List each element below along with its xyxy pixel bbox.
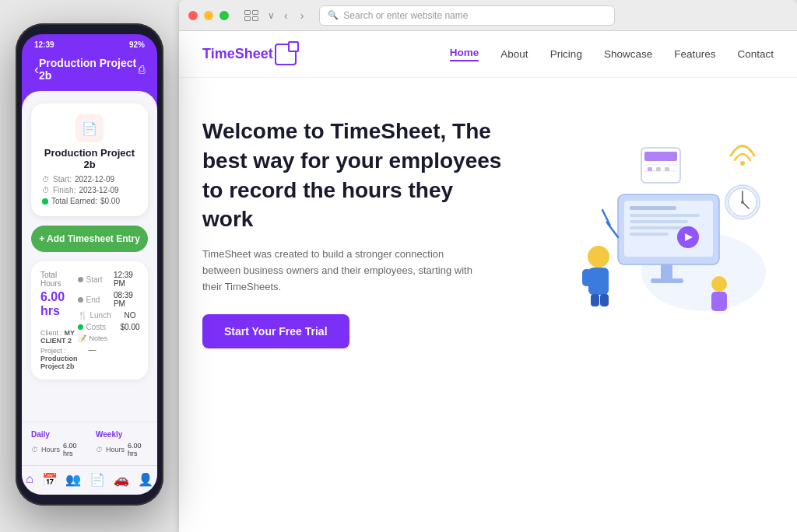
profile-icon: 👤: [138, 472, 153, 487]
hero-description: TimeSheet was created to build a stronge…: [202, 247, 483, 295]
phone-status-bar: 12:39 92%: [22, 34, 157, 52]
project-icon: 📄: [75, 114, 104, 142]
nav-links: Home About Pricing Showcase Features Con…: [450, 47, 774, 61]
start-dot: [78, 277, 83, 282]
traffic-light-yellow[interactable]: [204, 11, 213, 20]
svg-rect-32: [711, 292, 727, 311]
finish-value: 2023-12-09: [79, 186, 118, 194]
daily-stats: Daily ⏱ Hours 6.00 hrs: [31, 430, 83, 457]
start-label: Start:: [53, 175, 72, 184]
daily-label: Daily: [31, 430, 83, 439]
weekly-hours-value: 6.00 hrs: [128, 442, 148, 457]
nav-showcase[interactable]: Showcase: [604, 48, 652, 60]
time-entry-card: Total Hours 6.00 hrs Client : MY CLIENT …: [31, 261, 148, 380]
end-entry-val: 08:39 PM: [114, 291, 140, 308]
nav-contact[interactable]: Contact: [737, 48, 774, 60]
svg-rect-3: [630, 206, 676, 210]
logo-inner: [288, 41, 299, 52]
project-info: Project : Production Project 2b: [40, 347, 78, 370]
client-info: Client : MY CLIENT 2: [40, 329, 78, 345]
phone-time: 12:39: [34, 40, 54, 49]
svg-rect-7: [630, 233, 669, 236]
costs-entry-val: $0.00: [121, 323, 140, 331]
nav-features[interactable]: Features: [674, 48, 715, 60]
tab-vehicles[interactable]: 🚗: [114, 472, 129, 487]
entry-notes-row: 📝 Notes: [78, 334, 140, 342]
start-entry-label: Start: [86, 275, 111, 284]
svg-rect-11: [651, 278, 683, 283]
phone-screen-title: Production Project 2b: [39, 57, 139, 82]
hero-text: Welcome to TimeSheet, The best way for y…: [202, 101, 509, 532]
lunch-entry-label: Lunch: [90, 311, 121, 320]
address-bar[interactable]: 🔍 Search or enter website name: [319, 5, 615, 26]
project-start: ⏱ Start: 2022-12-09: [42, 175, 137, 184]
entry-start-row: Start 12:39 PM: [78, 271, 140, 288]
entry-costs-row: Costs $0.00: [78, 323, 140, 331]
vehicles-icon: 🚗: [114, 472, 129, 487]
add-entry-button[interactable]: + Add Timesheet Entry: [31, 226, 148, 252]
notes-label: Notes: [90, 334, 108, 342]
total-earned: Total Earned: $0.00: [42, 197, 137, 205]
logo-text: TimeSheet: [202, 46, 273, 62]
browser-titlebar: ∨ ‹ › 🔍 Search or enter website name: [179, 0, 797, 31]
earned-dot: [42, 198, 48, 205]
svg-rect-14: [582, 269, 592, 286]
layout-icon: [244, 10, 258, 21]
back-arrow-icon[interactable]: ‹: [281, 8, 291, 23]
logo-icon: [275, 44, 297, 65]
nav-about[interactable]: About: [500, 48, 528, 60]
daily-hours-value: 6.00 hrs: [63, 442, 83, 457]
svg-rect-4: [630, 214, 700, 217]
nav-pricing[interactable]: Pricing: [550, 48, 582, 60]
svg-rect-17: [600, 294, 609, 306]
start-value: 2022-12-09: [75, 175, 114, 184]
traffic-light-red[interactable]: [188, 11, 198, 20]
svg-point-18: [740, 161, 745, 166]
costs-dot: [78, 324, 83, 330]
entry-col-right: Start 12:39 PM End 08:39 PM 🍴 Lunch: [78, 271, 140, 370]
traffic-light-green[interactable]: [219, 11, 229, 20]
total-hours-label: Total Hours: [40, 271, 78, 288]
phone-tab-bar: ⌂ 📅 👥 📄 🚗 👤: [22, 465, 157, 495]
team-icon: 👥: [65, 472, 81, 487]
nav-home[interactable]: Home: [450, 47, 479, 61]
svg-rect-30: [665, 167, 669, 171]
chevron-down-icon[interactable]: ∨: [268, 10, 275, 21]
tab-docs[interactable]: 📄: [90, 472, 105, 487]
end-dot: [78, 297, 83, 303]
phone-mockup: 12:39 92% ‹ Production Project 2b ⎙ 📄 Pr…: [0, 0, 179, 532]
forward-arrow-icon[interactable]: ›: [297, 8, 307, 23]
weekly-stats: Weekly ⏱ Hours 6.00 hrs: [96, 430, 148, 457]
earned-value: $0.00: [100, 197, 120, 205]
phone-header: ‹ Production Project 2b ⎙: [22, 52, 157, 91]
project-finish: ⏱ Finish: 2023-12-09: [42, 186, 137, 194]
hero-title: Welcome to TimeSheet, The best way for y…: [202, 117, 509, 234]
proj-label: Project :: [40, 347, 66, 355]
hero-illustration: [509, 101, 774, 532]
costs-entry-label: Costs: [86, 323, 118, 331]
svg-rect-15: [599, 269, 609, 286]
hero-section: Welcome to TimeSheet, The best way for y…: [179, 78, 797, 532]
svg-rect-25: [644, 152, 677, 161]
illustration-svg: [509, 101, 774, 334]
phone-screen: 12:39 92% ‹ Production Project 2b ⎙ 📄 Pr…: [22, 34, 157, 495]
cta-button[interactable]: Start Your Free Trial: [202, 314, 349, 348]
tab-profile[interactable]: 👤: [138, 472, 153, 487]
entry-layout: Total Hours 6.00 hrs Client : MY CLIENT …: [40, 271, 139, 370]
tab-home[interactable]: ⌂: [26, 472, 33, 487]
browser-window: ∨ ‹ › 🔍 Search or enter website name Tim…: [179, 0, 797, 532]
phone-stats: Daily ⏱ Hours 6.00 hrs Weekly ⏱ Hours 6.…: [22, 422, 157, 465]
project-card: 📄 Production Project 2b ⏱ Start: 2022-12…: [31, 103, 148, 216]
notes-value: —: [78, 345, 140, 354]
address-placeholder: Search or enter website name: [343, 10, 468, 21]
earned-label: Total Earned:: [51, 197, 97, 205]
phone-outer: 12:39 92% ‹ Production Project 2b ⎙ 📄 Pr…: [16, 23, 163, 506]
daily-hours-label: Hours: [41, 446, 60, 453]
svg-point-31: [711, 276, 727, 292]
svg-point-12: [588, 246, 609, 268]
tab-team[interactable]: 👥: [65, 472, 81, 487]
tab-calendar[interactable]: 📅: [42, 472, 58, 487]
weekly-hours-row: ⏱ Hours 6.00 hrs: [96, 442, 148, 457]
share-button[interactable]: ⎙: [139, 63, 145, 75]
svg-rect-16: [591, 294, 599, 306]
